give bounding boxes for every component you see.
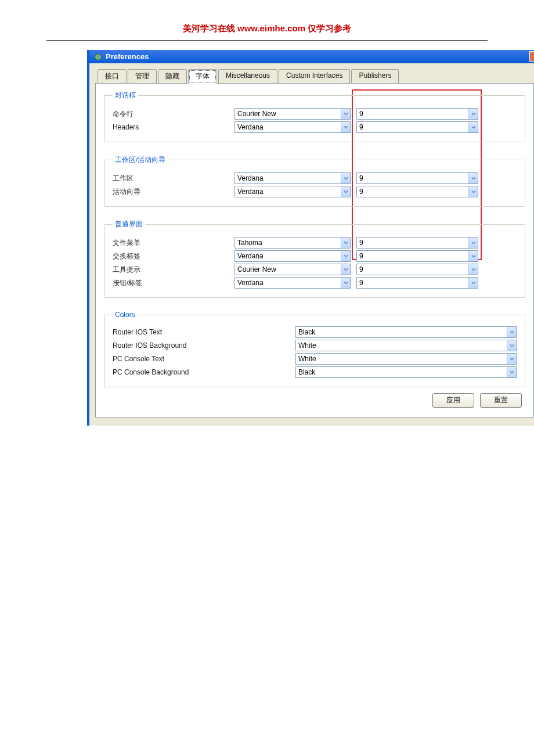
chevron-down-icon: [468, 237, 478, 248]
select-buttons-labels-font[interactable]: Verdana: [234, 277, 351, 289]
label-pc-console-background: PC Console Background: [113, 368, 290, 376]
group-workspace: 工作区/活动向导 工作区 Verdana 9 活动向导 Verdana: [104, 155, 525, 207]
select-buttons-labels-size[interactable]: 9: [356, 277, 478, 289]
chevron-down-icon: [507, 327, 516, 337]
tab-manage[interactable]: 管理: [128, 69, 157, 84]
chevron-down-icon: [468, 109, 478, 119]
tab-publishers[interactable]: Publishers: [351, 69, 399, 84]
chevron-down-icon: [468, 173, 478, 183]
chevron-down-icon: [507, 367, 516, 377]
tab-strip: 接口 管理 隐藏 字体 Miscellaneous Custom Interfa…: [95, 69, 534, 84]
select-file-menu-font[interactable]: Tahoma: [234, 237, 351, 249]
group-colors-legend: Colors: [113, 311, 138, 319]
window-title: Preferences: [106, 52, 149, 61]
label-file-menu: 文件菜单: [113, 238, 229, 248]
select-switch-tabs-font[interactable]: Verdana: [234, 250, 351, 262]
select-tooltip-font[interactable]: Courier New: [234, 264, 351, 275]
row-pc-console-background: PC Console Background Black: [113, 366, 517, 378]
row-activity-wizard: 活动向导 Verdana 9: [113, 186, 517, 197]
dialog-buttons: 应用 重置: [104, 393, 525, 408]
select-workspace-font[interactable]: Verdana: [234, 172, 351, 184]
group-dialog: 对话框 命令行 Courier New 9 Headers Verdan: [104, 91, 525, 142]
row-buttons-labels: 按钮/标签 Verdana 9: [113, 277, 517, 289]
label-buttons-labels: 按钮/标签: [113, 278, 229, 288]
app-icon: [94, 53, 102, 61]
chevron-down-icon: [341, 251, 350, 261]
label-pc-console-text: PC Console Text: [113, 355, 290, 363]
tab-font[interactable]: 字体: [188, 69, 217, 84]
tab-miscellaneous[interactable]: Miscellaneous: [218, 69, 277, 84]
chevron-down-icon: [341, 264, 350, 275]
label-activity-wizard: 活动向导: [113, 187, 229, 197]
row-workspace: 工作区 Verdana 9: [113, 172, 517, 184]
chevron-down-icon: [468, 186, 478, 197]
select-activity-wizard-size[interactable]: 9: [356, 186, 478, 197]
label-commandline: 命令行: [113, 109, 229, 119]
select-tooltip-size[interactable]: 9: [356, 264, 478, 275]
chevron-down-icon: [507, 354, 516, 364]
titlebar[interactable]: Preferences: [89, 50, 534, 63]
chevron-down-icon: [341, 173, 350, 183]
select-headers-size[interactable]: 9: [356, 121, 478, 133]
label-headers: Headers: [113, 123, 229, 131]
tab-interface[interactable]: 接口: [98, 69, 127, 84]
select-pc-console-text-color[interactable]: White: [295, 353, 517, 365]
label-switch-tabs: 交换标签: [113, 251, 229, 261]
label-router-ios-background: Router IOS Background: [113, 341, 290, 350]
group-general: 普通界面 文件菜单 Tahoma 9 交换标签 Verdana: [104, 219, 525, 298]
group-dialog-legend: 对话框: [113, 91, 138, 100]
select-activity-wizard-font[interactable]: Verdana: [234, 186, 351, 197]
row-commandline: 命令行 Courier New 9: [113, 108, 517, 120]
chevron-down-icon: [341, 237, 350, 248]
row-router-ios-text: Router IOS Text Black: [113, 326, 517, 338]
select-workspace-size[interactable]: 9: [356, 172, 478, 184]
group-workspace-legend: 工作区/活动向导: [113, 155, 168, 165]
page-watermark: 美河学习在线 www.eimhe.com 仅学习参考: [46, 0, 488, 41]
label-tooltip: 工具提示: [113, 265, 229, 275]
chevron-down-icon: [468, 122, 478, 132]
select-commandline-size[interactable]: 9: [356, 108, 478, 120]
select-headers-font[interactable]: Verdana: [234, 121, 351, 133]
chevron-down-icon: [468, 251, 478, 261]
select-switch-tabs-size[interactable]: 9: [356, 250, 478, 262]
label-router-ios-text: Router IOS Text: [113, 328, 290, 336]
select-commandline-font[interactable]: Courier New: [234, 108, 351, 120]
preferences-window: Preferences 接口 管理 隐藏 字体 Miscellaneous Cu…: [87, 50, 534, 426]
row-tooltip: 工具提示 Courier New 9: [113, 264, 517, 275]
chevron-down-icon: [341, 278, 350, 288]
row-headers: Headers Verdana 9: [113, 121, 517, 133]
chevron-down-icon: [341, 186, 350, 197]
row-pc-console-text: PC Console Text White: [113, 353, 517, 365]
select-router-ios-text-color[interactable]: Black: [295, 326, 517, 338]
chevron-down-icon: [507, 340, 516, 351]
chevron-down-icon: [341, 122, 350, 132]
close-icon[interactable]: [529, 51, 534, 62]
row-switch-tabs: 交换标签 Verdana 9: [113, 250, 517, 262]
row-file-menu: 文件菜单 Tahoma 9: [113, 237, 517, 249]
chevron-down-icon: [468, 278, 478, 288]
select-router-ios-background-color[interactable]: White: [295, 340, 517, 351]
select-file-menu-size[interactable]: 9: [356, 237, 478, 249]
chevron-down-icon: [341, 109, 350, 119]
row-router-ios-background: Router IOS Background White: [113, 340, 517, 351]
group-general-legend: 普通界面: [113, 219, 145, 229]
tab-custom-interfaces[interactable]: Custom Interfaces: [279, 69, 350, 84]
select-pc-console-background-color[interactable]: Black: [295, 366, 517, 378]
font-tab-panel: 对话框 命令行 Courier New 9 Headers Verdan: [95, 83, 534, 417]
window-body: 接口 管理 隐藏 字体 Miscellaneous Custom Interfa…: [89, 63, 534, 426]
chevron-down-icon: [468, 264, 478, 275]
group-colors: Colors Router IOS Text Black Router IOS …: [104, 311, 525, 387]
tab-hide[interactable]: 隐藏: [158, 69, 187, 84]
apply-button[interactable]: 应用: [432, 393, 474, 408]
label-workspace: 工作区: [113, 174, 229, 183]
reset-button[interactable]: 重置: [480, 393, 522, 408]
